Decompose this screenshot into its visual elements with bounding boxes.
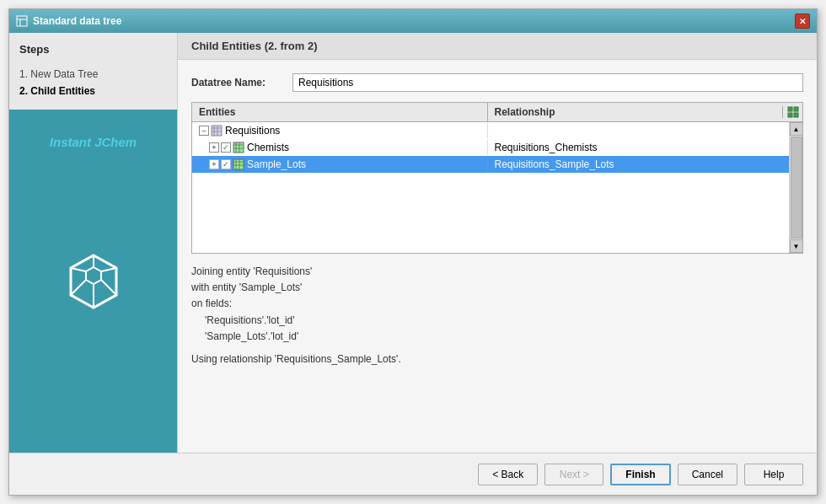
expand-chemists[interactable]: + [209, 142, 219, 153]
steps-list: 1. New Data Tree 2. Child Entities [19, 66, 167, 99]
brand-label: Instant JChem [9, 135, 177, 149]
svg-rect-15 [212, 126, 222, 136]
desc-line-6: Using relationship 'Requisitions_Sample_… [191, 351, 803, 367]
svg-rect-11 [788, 107, 792, 111]
main-content: Child Entities (2. from 2) Datatree Name… [178, 33, 817, 453]
datatree-name-label: Datatree Name: [191, 77, 292, 88]
title-bar: Standard data tree ✕ [9, 9, 817, 33]
finish-button[interactable]: Finish [610, 464, 670, 485]
desc-line-2: with entity 'Sample_Lots' [191, 280, 803, 296]
col-entities: Entities [192, 103, 488, 121]
relationship-cell: Requisitions_Chemists [488, 140, 790, 155]
svg-rect-13 [788, 113, 792, 117]
sidebar: Steps 1. New Data Tree 2. Child Entities… [9, 33, 178, 453]
close-button[interactable]: ✕ [795, 13, 810, 29]
svg-marker-4 [86, 267, 101, 284]
expand-samplelots[interactable]: + [209, 159, 219, 169]
dialog-body: Steps 1. New Data Tree 2. Child Entities… [9, 33, 817, 453]
window-icon [16, 15, 28, 27]
entities-cell: + ✓ [192, 140, 488, 155]
chemists-icon [233, 142, 244, 153]
description-area: Joining entity 'Requisitions' with entit… [191, 264, 803, 367]
table-row[interactable]: + ✓ [192, 139, 789, 156]
chemists-relationship: Requisitions_Chemists [495, 142, 598, 153]
table-row[interactable]: − Requisitions [192, 122, 789, 139]
svg-rect-20 [233, 142, 244, 153]
content-area: Datatree Name: Entities Relationship [178, 60, 817, 453]
svg-rect-14 [794, 113, 798, 117]
col-relationship: Relationship [488, 103, 783, 121]
relationship-cell [488, 129, 790, 132]
checkbox-chemists[interactable]: ✓ [221, 142, 231, 153]
svg-line-7 [101, 280, 116, 295]
relationship-cell: Requisitions_Sample_Lots [488, 157, 790, 172]
datatree-name-input[interactable] [292, 73, 803, 92]
table-scroll-wrapper: − Requisitions [192, 122, 802, 253]
next-button[interactable]: Next > [544, 464, 603, 485]
desc-line-1: Joining entity 'Requisitions' [191, 264, 803, 280]
samplelots-label: Sample_Lots [247, 158, 306, 170]
svg-rect-25 [233, 159, 244, 169]
root-entity-label: Requisitions [225, 125, 280, 137]
entities-cell: + ✓ [192, 157, 488, 172]
expand-root[interactable]: − [199, 126, 209, 136]
hex-icon [64, 252, 123, 311]
svg-rect-12 [794, 107, 798, 111]
samplelots-icon [233, 158, 244, 170]
root-entity-icon [211, 125, 223, 137]
content-header: Child Entities (2. from 2) [178, 33, 817, 60]
checkbox-samplelots[interactable]: ✓ [221, 159, 231, 169]
desc-line-4: 'Requisitions'.'lot_id' [205, 313, 803, 329]
back-button[interactable]: < Back [478, 464, 538, 485]
scroll-thumb[interactable] [791, 137, 802, 239]
sidebar-brand-area: Instant JChem [9, 110, 177, 453]
steps-section: Steps 1. New Data Tree 2. Child Entities [9, 33, 177, 110]
svg-line-10 [71, 268, 86, 271]
datatree-name-row: Datatree Name: [191, 73, 803, 92]
step-1: 1. New Data Tree [19, 66, 167, 83]
desc-line-5: 'Sample_Lots'.'lot_id' [205, 329, 803, 345]
dialog-window: Standard data tree ✕ Steps 1. New Data T… [8, 8, 818, 496]
chemists-label: Chemists [247, 142, 289, 153]
svg-line-9 [71, 280, 86, 295]
svg-line-6 [101, 268, 116, 271]
table-icon-btn[interactable] [782, 106, 802, 118]
desc-line-3: on fields: [191, 296, 803, 312]
entities-cell: − Requisitions [192, 123, 488, 138]
window-title: Standard data tree [33, 15, 121, 27]
table-row[interactable]: + ✓ [192, 156, 789, 173]
table-content: − Requisitions [192, 122, 789, 253]
table-header: Entities Relationship [192, 103, 802, 122]
title-bar-left: Standard data tree [16, 15, 121, 27]
entities-table: Entities Relationship [191, 102, 803, 254]
scroll-up-btn[interactable]: ▲ [790, 122, 803, 136]
vertical-scrollbar[interactable]: ▲ ▼ [789, 122, 802, 253]
svg-rect-0 [17, 16, 27, 26]
samplelots-relationship: Requisitions_Sample_Lots [495, 158, 614, 170]
cancel-button[interactable]: Cancel [678, 464, 738, 485]
scroll-down-btn[interactable]: ▼ [790, 239, 803, 253]
step-2: 2. Child Entities [19, 83, 167, 99]
help-button[interactable]: Help [744, 464, 803, 485]
steps-heading: Steps [19, 43, 167, 56]
dialog-footer: < Back Next > Finish Cancel Help [9, 453, 817, 495]
